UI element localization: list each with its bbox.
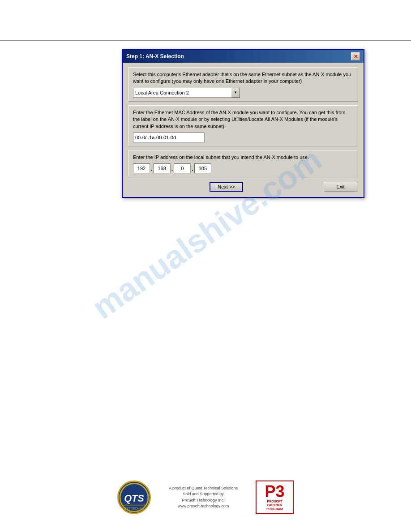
footer-line1: A product of Quest Technical Solutions xyxy=(169,485,238,492)
dropdown-arrow-icon[interactable]: ▼ xyxy=(231,88,240,98)
p3-main-text: P3 xyxy=(265,484,284,500)
dropdown-wrapper: Local Area Connection 2Local Area Connec… xyxy=(133,88,353,98)
svg-text:SOLUTIONS: SOLUTIONS xyxy=(126,511,141,513)
p3-sub-line2: PARTNER xyxy=(266,503,283,507)
p3-logo: P3 PROSOFT PARTNER PROGRAM xyxy=(256,481,294,514)
section-mac-address: Enter the Ethernet MAC Address of the AN… xyxy=(128,105,358,146)
dialog-title: Step 1: AN-X Selection xyxy=(126,53,184,60)
next-button[interactable]: Next >> xyxy=(210,182,243,192)
ethernet-adapter-dropdown[interactable]: Local Area Connection 2Local Area Connec… xyxy=(133,88,231,98)
title-bar: Step 1: AN-X Selection ✕ xyxy=(123,50,364,63)
footer-line4: www.prosoft-technology.com xyxy=(169,503,238,510)
svg-text:QTS: QTS xyxy=(124,492,144,503)
exit-button[interactable]: Exit xyxy=(324,182,357,192)
ip-address-description: Enter the IP address on the local subnet… xyxy=(133,154,353,161)
footer: QTS QUEST TECHNICAL SOLUTIONS A product … xyxy=(0,481,411,514)
p3-sub-line3: PROGRAM xyxy=(266,507,283,511)
dialog-window: Step 1: AN-X Selection ✕ Select this com… xyxy=(122,49,364,198)
ots-logo-circle: QTS QUEST TECHNICAL SOLUTIONS xyxy=(117,481,151,514)
ethernet-adapter-description: Select this computer's Ethernet adapter … xyxy=(133,71,353,85)
p3-sub-text: PROSOFT PARTNER PROGRAM xyxy=(266,500,283,511)
dialog-body: Select this computer's Ethernet adapter … xyxy=(123,63,364,197)
ip-octet1-input[interactable] xyxy=(133,163,150,173)
mac-address-description: Enter the Ethernet MAC Address of the AN… xyxy=(133,109,353,130)
ip-address-row: . . . xyxy=(133,163,353,173)
ip-dot-3: . xyxy=(191,165,194,172)
ots-logo: QTS QUEST TECHNICAL SOLUTIONS xyxy=(117,481,151,514)
footer-line2: Sold and Supported by xyxy=(169,491,238,498)
close-button[interactable]: ✕ xyxy=(351,52,360,60)
ip-octet4-input[interactable] xyxy=(194,163,211,173)
ip-dot-2: . xyxy=(171,165,174,172)
ip-octet2-input[interactable] xyxy=(154,163,171,173)
mac-address-input[interactable] xyxy=(133,133,205,142)
ip-octet3-input[interactable] xyxy=(174,163,191,173)
section-ethernet-adapter: Select this computer's Ethernet adapter … xyxy=(128,67,358,102)
footer-text-block: A product of Quest Technical Solutions S… xyxy=(169,485,238,510)
ots-logo-svg: QTS QUEST TECHNICAL SOLUTIONS xyxy=(119,482,150,513)
svg-text:QUEST TECHNICAL: QUEST TECHNICAL xyxy=(120,506,148,510)
footer-line3: ProSoft Technology Inc. xyxy=(169,498,238,504)
top-divider xyxy=(0,40,411,41)
button-row: Next >> Exit xyxy=(128,182,358,192)
section-ip-address: Enter the IP address on the local subnet… xyxy=(128,150,358,177)
ip-dot-1: . xyxy=(150,165,154,172)
p3-sub-line1: PROSOFT xyxy=(266,500,283,503)
